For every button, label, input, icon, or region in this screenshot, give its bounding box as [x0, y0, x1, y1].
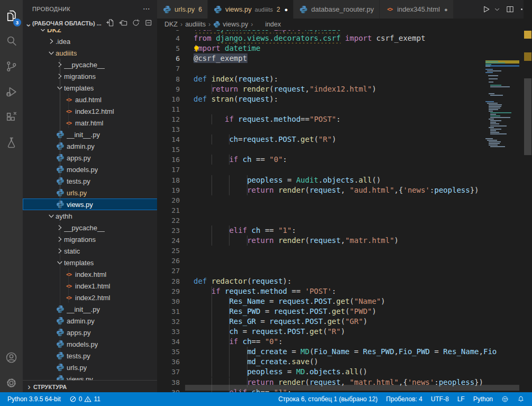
code-line-16[interactable]: 16 if ch == "0": [157, 155, 532, 165]
minimap[interactable] [485, 60, 521, 392]
tree-item-urls.py[interactable]: urls.py6 [23, 187, 157, 199]
code-line-6[interactable]: 6@csrf_exempt [157, 53, 532, 64]
collapse-all-icon[interactable] [144, 19, 153, 29]
indentation-status[interactable]: Пробелов: 4 [382, 392, 427, 406]
tree-item-index12.html[interactable]: <>index12.html [23, 105, 157, 117]
tree-item-aythh[interactable]: aythh [23, 210, 157, 222]
unsaved-dot-icon[interactable]: ● [285, 6, 288, 13]
code-line-7[interactable]: 7 [157, 64, 532, 74]
tab-database_roouter.py[interactable]: database_roouter.py [293, 0, 380, 19]
code-line-31[interactable]: 31 Res_PWD = request.POST.get("PWD") [157, 306, 532, 317]
tree-item-static[interactable]: static [23, 245, 157, 257]
tree-item-audiiits[interactable]: audiiits [23, 47, 157, 59]
tree-item-migrations[interactable]: migrations [23, 70, 157, 82]
cursor-position-status[interactable]: Строка 6, столбец 1 (выбрано 12) [274, 392, 382, 406]
tree-item-migrations[interactable]: migrations [23, 233, 157, 245]
run-debug-icon[interactable] [0, 79, 23, 104]
tree-item-index2.html[interactable]: <>index2.html [23, 292, 157, 303]
code-line-22[interactable]: 22 [157, 215, 532, 225]
explorer-more-actions-icon[interactable]: ⋯ [143, 4, 151, 13]
code-line-20[interactable]: 20 [157, 195, 532, 205]
tree-item-templates[interactable]: templates [23, 257, 157, 268]
code-line-37[interactable]: 37 peopless = MD.objects.all() [157, 367, 532, 377]
code-line-25[interactable]: 25 [157, 246, 532, 256]
code-line-27[interactable]: 27 [157, 266, 532, 276]
scrollbar-thumb[interactable] [524, 78, 531, 155]
tree-item-models.py[interactable]: models.py [23, 164, 157, 175]
tree-item-__pycache__[interactable]: __pycache__ [23, 222, 157, 233]
tree-item-tests.py[interactable]: tests.py [23, 175, 157, 187]
tree-item-__init__.py[interactable]: __init__.py [23, 303, 157, 315]
tab-views.py[interactable]: views.pyaudiiits2● [208, 0, 293, 19]
tree-item-admin.py[interactable]: admin.py [23, 140, 157, 152]
code-line-10[interactable]: 10def stran(request): [157, 94, 532, 104]
code-line-19[interactable]: 19 return render(request, "aud.html",{'n… [157, 185, 532, 195]
code-line-34[interactable]: 34 if ch== "0": [157, 337, 532, 347]
code-line-5[interactable]: 5import datetime [157, 43, 532, 53]
code-line-17[interactable]: 17 [157, 165, 532, 175]
workspace-section-header[interactable]: ⌄ (РАБОЧАЯ ОБЛАСТЬ) ... [23, 17, 157, 29]
settings-icon[interactable] [0, 371, 23, 395]
breadcrumb-item-index[interactable]: index [255, 21, 281, 28]
unsaved-dot-icon[interactable]: ● [444, 6, 448, 13]
code-editor[interactable]: 3from aythh.models import MD,Audit4from … [157, 30, 532, 392]
tree-item-views.py[interactable]: views.py2 [23, 199, 157, 210]
code-line-13[interactable]: 13 [157, 124, 532, 134]
tree-item-matr.html[interactable]: <>matr.html [23, 117, 157, 129]
run-dropdown-icon[interactable] [496, 6, 500, 13]
tree-item-tests.py[interactable]: tests.py [23, 350, 157, 362]
code-line-26[interactable]: 26 [157, 256, 532, 266]
code-line-9[interactable]: 9 return render(request,"index12.html") [157, 84, 532, 94]
encoding-status[interactable]: UTF-8 [427, 392, 453, 406]
search-icon[interactable] [0, 29, 23, 53]
vertical-scrollbar[interactable] [524, 0, 532, 392]
feedback-icon[interactable] [497, 392, 513, 406]
code-line-14[interactable]: 14 ch=request.POST.get("R") [157, 134, 532, 145]
tree-item-views.py[interactable]: views.py [23, 373, 157, 380]
eol-status[interactable]: LF [453, 392, 469, 406]
new-file-icon[interactable] [106, 19, 115, 29]
code-line-36[interactable]: 36 md_create.save() [157, 357, 532, 367]
tree-item-templates[interactable]: templates [23, 82, 157, 94]
tree-item-.idea[interactable]: .idea [23, 35, 157, 47]
tree-item-index1.html[interactable]: <>index1.html [23, 280, 157, 292]
code-line-23[interactable]: 23 elif ch == "1": [157, 225, 532, 236]
language-mode-status[interactable]: Python [469, 392, 497, 406]
run-python-file-icon[interactable] [482, 5, 491, 14]
refresh-icon[interactable] [132, 19, 140, 29]
new-folder-icon[interactable] [119, 19, 127, 29]
code-line-8[interactable]: 8def index(request): [157, 74, 532, 84]
code-line-29[interactable]: 29 if request.method == 'POST': [157, 286, 532, 296]
outline-section-header[interactable]: › СТРУКТУРА [23, 380, 157, 392]
tree-item-apps.py[interactable]: apps.py [23, 152, 157, 164]
code-line-33[interactable]: 33 ch = request.POST.get("R") [157, 327, 532, 337]
horizontal-scrollbar[interactable] [185, 385, 519, 391]
code-line-18[interactable]: 18 peopless = Audit.objects.all() [157, 175, 532, 185]
breadcrumb-item-DKZ[interactable]: DKZ [164, 21, 178, 28]
code-line-30[interactable]: 30 Res_Name = request.POST.get("Name") [157, 296, 532, 306]
tree-item-models.py[interactable]: models.py [23, 338, 157, 350]
tab-index345.html[interactable]: <>index345.html● [380, 0, 454, 19]
code-line-35[interactable]: 35 md_create = MD(Fio_Name = Res_PWD,Fio… [157, 347, 532, 357]
split-editor-icon[interactable] [506, 5, 515, 14]
source-control-icon[interactable] [0, 54, 23, 78]
code-line-12[interactable]: 12 if request.method=="POST": [157, 114, 532, 124]
problems-status[interactable]: 0 11 [65, 392, 105, 406]
code-line-24[interactable]: 24 return render(request,"matr.html") [157, 236, 532, 246]
bell-icon[interactable] [513, 392, 529, 406]
python-interpreter-status[interactable]: Python 3.9.5 64-bit [3, 392, 65, 406]
code-line-21[interactable]: 21 [157, 205, 532, 215]
code-line-32[interactable]: 32 Res_GR = request.POST.get("GR") [157, 317, 532, 327]
explorer-icon[interactable]: 3 [0, 3, 23, 28]
extensions-icon[interactable] [0, 105, 23, 129]
tree-item-__init__.py[interactable]: __init__.py [23, 129, 157, 140]
code-line-4[interactable]: 4from django.views.decorators.csrf impor… [157, 33, 532, 43]
tree-item-urls.py[interactable]: urls.py [23, 362, 157, 373]
code-line-15[interactable]: 15 [157, 145, 532, 155]
tree-item-admin.py[interactable]: admin.py [23, 315, 157, 327]
tree-item-__pycache__[interactable]: __pycache__ [23, 59, 157, 70]
account-icon[interactable] [0, 345, 23, 369]
breadcrumb-item-audiiits[interactable]: audiiits [185, 21, 206, 28]
tree-item-aud.html[interactable]: <>aud.html [23, 94, 157, 105]
lightbulb-icon[interactable] [192, 44, 200, 56]
